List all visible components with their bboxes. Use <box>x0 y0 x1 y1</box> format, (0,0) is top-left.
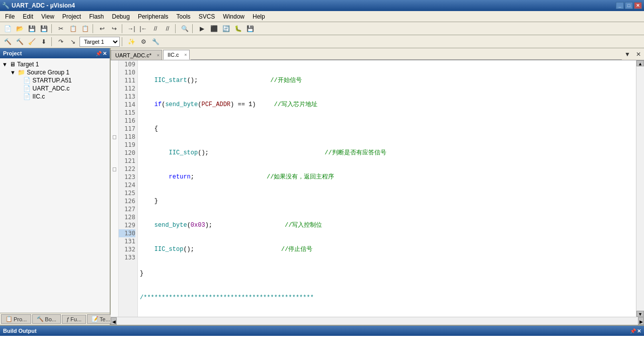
ln-112: 112 <box>119 84 135 93</box>
menu-flash[interactable]: Flash <box>85 12 108 21</box>
minimize-button[interactable]: _ <box>616 2 624 9</box>
project-panel-close[interactable]: ✕ <box>103 51 107 56</box>
sep2 <box>93 24 95 33</box>
ln-124: 124 <box>119 181 135 189</box>
window-controls: _ □ ✕ <box>616 2 642 9</box>
download-button[interactable]: ⬇ <box>38 36 49 47</box>
project-panel: Project 📌 ✕ ▼ 🖥 Target 1 ▼ 📁 Source Grou… <box>0 48 111 325</box>
menu-project[interactable]: Project <box>58 12 85 21</box>
code-ln-117: } <box>140 269 636 278</box>
cut-button[interactable]: ✂ <box>55 23 66 34</box>
tree-startup[interactable]: 📄 STARTUP.A51 <box>18 76 108 84</box>
tab-iic-label: IIC.c <box>168 52 179 58</box>
outdent-button[interactable]: |← <box>138 23 149 34</box>
reset-button[interactable]: 🔄 <box>220 23 231 34</box>
project-panel-header: Project 📌 ✕ <box>0 48 110 58</box>
scroll-up-arrow[interactable]: ▲ <box>636 60 644 66</box>
tab-iic-close[interactable]: × <box>184 52 187 57</box>
expand-icon-group: ▼ <box>10 69 16 75</box>
menu-file[interactable]: File <box>1 12 19 21</box>
comment-button[interactable]: // <box>150 23 161 34</box>
magic-wand-button[interactable]: ✨ <box>126 36 137 47</box>
rebuild-button[interactable]: 🔨 <box>14 36 25 47</box>
project-tab-icon: 📋 <box>6 316 13 322</box>
open-button[interactable]: 📂 <box>14 23 25 34</box>
project-panel-pin[interactable]: 📌 <box>96 51 102 56</box>
redo-button[interactable]: ↪ <box>109 23 120 34</box>
code-ln-114: } <box>140 197 636 205</box>
settings-button[interactable]: ⚙ <box>138 36 149 47</box>
close-button[interactable]: ✕ <box>634 2 642 9</box>
build-output-pin[interactable]: 📌 <box>630 328 636 334</box>
menu-svcs[interactable]: SVCS <box>195 12 219 21</box>
menu-window[interactable]: Window <box>219 12 249 21</box>
maximize-button[interactable]: □ <box>625 2 633 9</box>
menu-help[interactable]: Help <box>249 12 269 21</box>
tab-iic[interactable]: IIC.c × <box>163 50 190 60</box>
uncomment-button[interactable]: // <box>162 23 173 34</box>
gutter-118: □ <box>111 133 118 141</box>
func-tab-label: Fu... <box>70 316 82 322</box>
func-tab-icon: ƒ <box>66 316 69 322</box>
menu-view[interactable]: View <box>37 12 58 21</box>
editor-scrollbar-h[interactable]: ◀ ▶ <box>111 317 644 325</box>
mem-button[interactable]: 💾 <box>245 23 256 34</box>
tab-build[interactable]: 🔨 Bo... <box>32 314 61 324</box>
target-select[interactable]: Target 1 <box>79 37 120 47</box>
tab-func[interactable]: ƒ Fu... <box>62 315 86 324</box>
scroll-down-arrow[interactable]: ▼ <box>636 311 644 317</box>
indent-button[interactable]: →| <box>126 23 137 34</box>
build-output-close[interactable]: ✕ <box>637 328 641 334</box>
tab-project[interactable]: 📋 Pro... <box>1 314 31 324</box>
save-button[interactable]: 💾 <box>26 23 37 34</box>
code-ln-112: IIC_stop(); //判断是否有应答信号 <box>140 149 636 157</box>
tab-uart-adc-close[interactable]: × <box>157 53 159 58</box>
code-content[interactable]: IIC_start(); //开始信号 if(send_byte(PCF_ADD… <box>138 60 636 317</box>
new-button[interactable]: 📄 <box>2 23 13 34</box>
scroll-right-arrow[interactable]: ▶ <box>638 317 644 325</box>
run-button[interactable]: ▶ <box>196 23 207 34</box>
find-button[interactable]: 🔍 <box>179 23 190 34</box>
tree-target1[interactable]: ▼ 🖥 Target 1 <box>2 60 108 68</box>
stop-button[interactable]: ⬛ <box>208 23 219 34</box>
ln-117: 117 <box>119 125 135 133</box>
step-over-button[interactable]: ↷ <box>55 36 66 47</box>
code-editor[interactable]: □ □ 109 110 <box>111 60 644 317</box>
tree-source-group1[interactable]: ▼ 📁 Source Group 1 <box>10 68 108 76</box>
menu-edit[interactable]: Edit <box>19 12 37 21</box>
tree-uart-adc-label: UART_ADC.c <box>31 85 69 92</box>
editor-area: UART_ADC.c* × IIC.c × ▼ ✕ <box>111 48 644 325</box>
main-area: Project 📌 ✕ ▼ 🖥 Target 1 ▼ 📁 Source Grou… <box>0 48 644 325</box>
copy-button[interactable]: 📋 <box>67 23 78 34</box>
editor-close-button[interactable]: ✕ <box>633 49 644 60</box>
tab-uart-adc[interactable]: UART_ADC.c* × <box>111 50 162 60</box>
scroll-left-arrow[interactable]: ◀ <box>111 317 117 325</box>
expand-icon-target: ▼ <box>2 61 8 67</box>
undo-button[interactable]: ↩ <box>97 23 108 34</box>
sep7 <box>122 37 124 46</box>
gutter-125 <box>111 189 118 197</box>
paste-button[interactable]: 📋 <box>79 23 91 34</box>
project-tree: ▼ 🖥 Target 1 ▼ 📁 Source Group 1 📄 STARTU… <box>0 58 110 313</box>
menu-tools[interactable]: Tools <box>173 12 195 21</box>
ln-119: 119 <box>119 141 135 149</box>
menu-debug[interactable]: Debug <box>108 12 134 21</box>
save-all-button[interactable]: 💾 <box>38 23 49 34</box>
build-button[interactable]: 🔨 <box>2 36 13 47</box>
gutter-122: □ <box>111 165 118 173</box>
editor-scrollbar-v[interactable]: ▲ ▼ <box>636 60 644 317</box>
gutter-127 <box>111 205 118 213</box>
step-into-button[interactable]: ↘ <box>67 36 78 47</box>
options-button[interactable]: 🔧 <box>150 36 161 47</box>
gutter-133 <box>111 253 118 261</box>
tab-list-button[interactable]: ▼ <box>622 49 633 60</box>
menu-peripherals[interactable]: Peripherals <box>134 12 173 21</box>
gutter-111 <box>111 76 118 84</box>
debug-button[interactable]: 🐛 <box>232 23 244 34</box>
clean-button[interactable]: 🧹 <box>26 36 37 47</box>
sep3 <box>122 24 124 33</box>
tree-uart-adc[interactable]: 📄 UART_ADC.c <box>18 84 108 93</box>
expand-icon-iic <box>18 94 21 100</box>
tree-iic[interactable]: 📄 IIC.c <box>18 93 108 101</box>
gutter-117 <box>111 125 118 133</box>
